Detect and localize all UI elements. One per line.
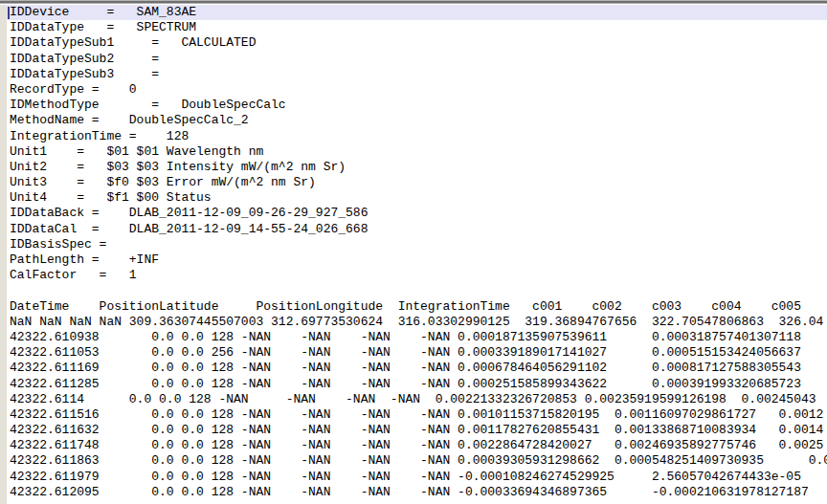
text-line[interactable]: IDDataTypeSub3 = xyxy=(0,67,827,82)
text-line[interactable]: MethodName = DoubleSpecCalc_2 xyxy=(0,113,827,128)
text-line[interactable]: 42322.611169 0.0 0.0 128 -NAN -NAN -NAN … xyxy=(0,361,827,376)
text-line[interactable]: 42322.611632 0.0 0.0 128 -NAN -NAN -NAN … xyxy=(0,423,827,438)
text-line[interactable]: 42322.611516 0.0 0.0 128 -NAN -NAN -NAN … xyxy=(0,407,827,423)
text-line[interactable]: 42322.611979 0.0 0.0 128 -NAN -NAN -NAN … xyxy=(0,470,827,485)
text-line[interactable]: RecordType = 0 xyxy=(0,82,827,98)
text-line[interactable]: 42322.611748 0.0 0.0 128 -NAN -NAN -NAN … xyxy=(0,438,827,453)
text-content-area[interactable]: IDDevice = SAM_83AEIDDataType = SPECTRUM… xyxy=(0,5,827,504)
text-line[interactable]: IDDataType = SPECTRUM xyxy=(0,20,827,35)
text-line[interactable]: IDDataBack = DLAB_2011-12-09_09-26-29_92… xyxy=(0,206,827,221)
text-line[interactable]: 42322.611285 0.0 0.0 128 -NAN -NAN -NAN … xyxy=(0,377,827,392)
text-line[interactable]: 42322.611863 0.0 0.0 128 -NAN -NAN -NAN … xyxy=(0,453,827,469)
text-line[interactable]: NaN NaN NaN NaN 309.36307445507003 312.6… xyxy=(0,315,827,330)
text-line[interactable]: 42322.6114 0.0 0.0 128 -NAN -NAN -NAN -N… xyxy=(0,392,827,407)
text-line[interactable]: Unit3 = $f0 $03 Error mW/(m^2 nm Sr) xyxy=(0,175,827,190)
text-line[interactable] xyxy=(0,283,827,298)
text-line[interactable]: Unit1 = $01 $01 Wavelength nm xyxy=(0,144,827,160)
text-line[interactable]: CalFactor = 1 xyxy=(0,268,827,283)
text-line[interactable]: IDBasisSpec = xyxy=(0,237,827,252)
text-line[interactable]: PathLength = +INF xyxy=(0,252,827,268)
text-line[interactable]: IDDataTypeSub1 = CALCULATED xyxy=(0,35,827,51)
text-line[interactable]: Unit4 = $f1 $00 Status xyxy=(0,190,827,206)
text-line[interactable]: 42322.610938 0.0 0.0 128 -NAN -NAN -NAN … xyxy=(0,330,827,345)
text-caret xyxy=(8,7,10,19)
text-line[interactable]: IDMethodType = DoubleSpecCalc xyxy=(0,98,827,113)
left-gutter xyxy=(0,5,7,504)
text-line[interactable]: 42322.612095 0.0 0.0 128 -NAN -NAN -NAN … xyxy=(0,485,827,500)
text-line[interactable]: 42322.611053 0.0 0.0 256 -NAN -NAN -NAN … xyxy=(0,345,827,361)
text-line[interactable]: Unit2 = $03 $03 Intensity mW/(m^2 nm Sr) xyxy=(0,160,827,175)
text-line[interactable]: IDDataCal = DLAB_2011-12-09_14-55-24_026… xyxy=(0,222,827,237)
text-line[interactable]: IDDataTypeSub2 = xyxy=(0,52,827,67)
text-line[interactable]: IntegrationTime = 128 xyxy=(0,129,827,144)
selected-text-line[interactable]: IDDevice = SAM_83AE xyxy=(0,5,827,20)
text-file-viewer: { "viewer": { "selection": { "selected_l… xyxy=(0,0,827,504)
text-line[interactable]: DateTime PositionLatitude PositionLongit… xyxy=(0,299,827,315)
window-top-border xyxy=(0,0,827,5)
